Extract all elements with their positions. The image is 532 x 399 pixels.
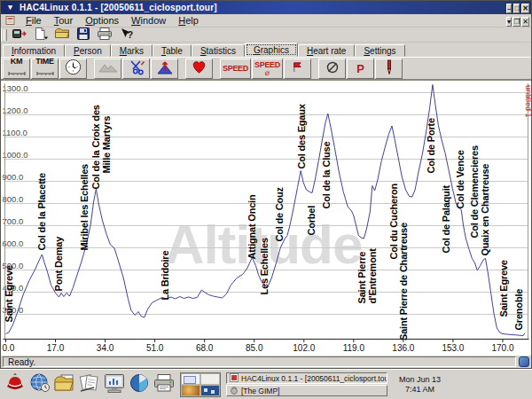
main-toolbar: ?	[1, 27, 531, 43]
x-tick-label: 68.0	[196, 343, 214, 353]
download-from-device-button[interactable]	[10, 27, 29, 42]
pager-desktop-2[interactable]	[200, 373, 220, 385]
titlebar[interactable]: ▾ HAC4Linux 0.1.1 - [20050611_ciclosport…	[1, 1, 531, 14]
printer-icon	[153, 372, 176, 397]
compare-tracks-button[interactable]	[151, 59, 178, 79]
toolbar-separator	[214, 59, 220, 78]
y-tick-label: 800.0	[3, 194, 24, 204]
x-tick-label: 34.0	[97, 343, 114, 353]
folder-icon	[55, 27, 69, 42]
menu-help[interactable]: Help	[172, 15, 205, 26]
x-tick-label: 0.0	[3, 343, 15, 353]
pager-desktop-1[interactable]	[181, 373, 200, 385]
waypoint-label: Col de Vence	[455, 150, 466, 208]
tab-table[interactable]: Table	[153, 44, 192, 57]
tab-statistics[interactable]: Statistics	[192, 44, 245, 57]
tab-person[interactable]: Person	[65, 44, 111, 57]
desktop: ▾ HAC4Linux 0.1.1 - [20050611_ciclosport…	[0, 0, 532, 399]
image-folder-icon	[53, 372, 76, 397]
waypoint-label: Saint Egreve	[4, 265, 14, 322]
x-tick-label: 170.0	[491, 343, 513, 353]
distance-scale-button[interactable]: KM	[3, 59, 30, 79]
new-tour-button[interactable]	[31, 27, 51, 42]
redhat-menu-icon	[4, 372, 27, 397]
tab-settings[interactable]: Settings	[355, 44, 404, 57]
toolbar-grip[interactable]	[4, 29, 7, 41]
mdi-close-button[interactable]: ✕	[521, 17, 529, 27]
save-icon	[77, 27, 90, 43]
heartrate-curve-button[interactable]	[185, 59, 213, 79]
mdi-minimize-button[interactable]: ▾	[506, 17, 512, 27]
minimize-button[interactable]: –	[506, 4, 512, 13]
waypoint-label: Pont Demay	[53, 236, 64, 292]
taskbar-task-gimp[interactable]: [The GIMP]	[226, 385, 387, 396]
cut-track-button[interactable]	[122, 59, 150, 79]
waypoint-label: Attignat Oncin	[246, 194, 257, 259]
pen-style-button[interactable]	[375, 59, 403, 79]
finish-flag-button[interactable]	[284, 59, 311, 79]
waypoint-label: Miribel les Echelles	[79, 164, 90, 251]
print-button[interactable]	[95, 27, 114, 42]
tab-heart-rate[interactable]: Heart rate	[298, 44, 355, 57]
waypoint-label: Corbel	[306, 206, 317, 236]
waypoint-label: Col du Cucheron	[388, 183, 399, 259]
monitor-chart-launcher[interactable]	[102, 372, 127, 398]
tab-graphics[interactable]: Graphics	[245, 43, 298, 57]
mdi-system-menu-icon[interactable]	[5, 15, 17, 26]
pause-marks-button[interactable]: P	[347, 59, 374, 79]
waypoint-label: Grenoble	[513, 289, 524, 331]
waypoint-label: Col de Porte	[426, 118, 436, 173]
device-icon	[12, 27, 27, 43]
menu-tour[interactable]: Tour	[48, 15, 79, 26]
tab-information[interactable]: Information	[3, 44, 65, 57]
taskbar-task-hac4linux[interactable]: HAC4Linux 0.1.1 - [20050611_ciclosport.t…	[226, 372, 387, 384]
app-window: ▾ HAC4Linux 0.1.1 - [20050611_ciclosport…	[0, 0, 532, 369]
window-title: HAC4Linux 0.1.1 - [20050611_ciclosport.t…	[20, 3, 505, 12]
pager-desktop-4[interactable]	[200, 385, 220, 396]
open-tour-button[interactable]	[52, 27, 72, 42]
hac4-icon	[230, 373, 239, 384]
altitude-profile-chart: Altitude300.0400.0500.0600.0700.0800.090…	[1, 80, 531, 355]
sphere-launcher[interactable]	[127, 372, 152, 398]
close-button[interactable]: ✕	[521, 4, 529, 13]
clock-time: 7:41 AM	[399, 385, 441, 395]
clock-scale-button[interactable]	[59, 59, 87, 79]
task-label: [The GIMP]	[241, 387, 279, 395]
resize-grip[interactable]	[519, 356, 529, 367]
printer-launcher[interactable]	[152, 372, 176, 398]
waypoint-label: Quaix en Chartreuse	[480, 164, 490, 256]
avg-speed-curve-button[interactable]: SPEED⌀	[252, 59, 283, 79]
task-list: HAC4Linux 0.1.1 - [20050611_ciclosport.t…	[226, 372, 387, 396]
save-tour-button[interactable]	[74, 27, 93, 42]
newfile-icon	[34, 27, 48, 43]
clock-date: Mon Jun 13	[399, 375, 441, 385]
y-tick-label: 900.0	[3, 172, 24, 182]
globe-time-launcher[interactable]	[27, 372, 52, 398]
image-folder-launcher[interactable]	[52, 372, 77, 398]
pager-desktop-3[interactable]	[181, 385, 200, 396]
menu-window[interactable]: Window	[125, 15, 172, 26]
svg-text:?: ?	[127, 29, 133, 40]
y-tick-label: 1200.0	[3, 106, 28, 115]
print-icon	[98, 27, 112, 43]
waypoint-label: Col de Couz	[274, 186, 285, 241]
maximize-button[interactable]: □	[513, 4, 520, 13]
menu-file[interactable]: File	[20, 15, 48, 26]
altitude-curve-button[interactable]	[94, 59, 121, 79]
whats-this-button[interactable]: ?	[116, 27, 136, 42]
time-scale-button[interactable]: TIME	[31, 59, 59, 79]
average-button[interactable]	[318, 59, 346, 79]
waypoint-label: Saint Pierre	[356, 252, 367, 304]
documents-launcher[interactable]	[77, 372, 102, 398]
redhat-menu-launcher[interactable]	[3, 372, 27, 398]
taskbar-clock[interactable]: Mon Jun 13 7:41 AM	[395, 375, 444, 395]
speed-curve-button[interactable]: SPEED	[220, 59, 251, 79]
tab-marks[interactable]: Marks	[111, 44, 153, 57]
window-menu-icon[interactable]: ▾	[4, 3, 16, 12]
clock-icon	[65, 59, 82, 78]
mdi-restore-button[interactable]: ❐	[512, 17, 520, 27]
menu-options[interactable]: Options	[79, 15, 125, 26]
desktop-pager[interactable]	[180, 372, 221, 397]
status-message: Ready.	[3, 356, 516, 367]
heart-icon	[191, 59, 207, 77]
